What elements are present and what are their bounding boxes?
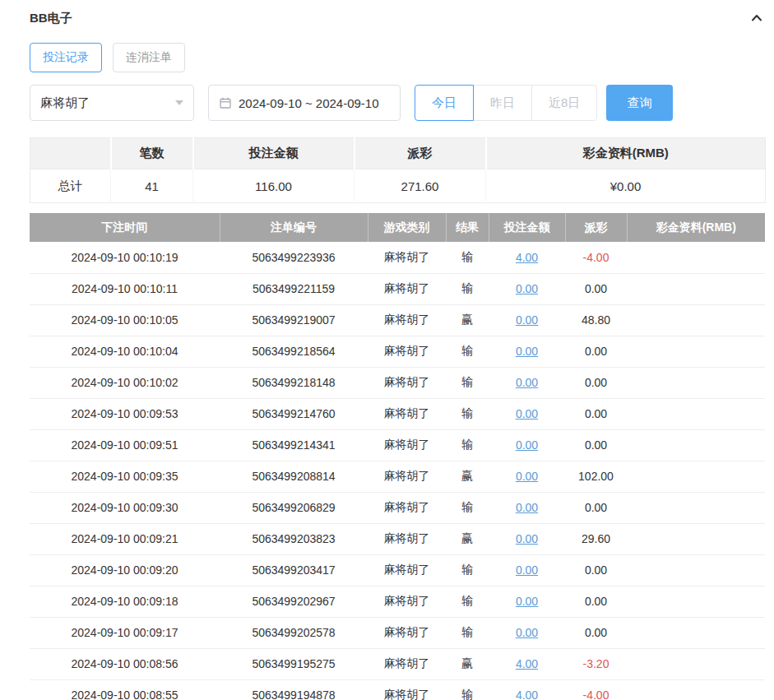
cell-result: 输 (446, 429, 489, 461)
tab-bet-records[interactable]: 投注记录 (30, 43, 102, 72)
cell-bonus (627, 367, 765, 398)
cell-bonus (627, 242, 765, 273)
cell-game: 麻将胡了 (368, 461, 446, 492)
page-title: BB电子 (30, 11, 72, 26)
cell-payout: 102.00 (565, 461, 627, 492)
cell-bonus (627, 336, 765, 367)
cell-bonus (627, 273, 765, 304)
cell-payout: 0.00 (565, 429, 627, 461)
cell-amount[interactable]: 0.00 (516, 438, 538, 452)
quick-button-last-8-days[interactable]: 近8日 (531, 85, 597, 121)
cell-result: 赢 (446, 648, 489, 679)
cell-bet-id: 5063499218148 (220, 367, 368, 398)
tab-cascade-bets[interactable]: 连消注单 (113, 43, 185, 72)
cell-payout: 0.00 (565, 367, 627, 398)
table-row: 2024-09-10 00:09:17 5063499202578 麻将胡了 输… (30, 617, 765, 648)
cell-amount[interactable]: 0.00 (516, 407, 538, 420)
cell-result: 输 (446, 679, 489, 700)
cell-bonus (627, 461, 765, 492)
cell-bonus (627, 398, 765, 429)
cell-amount[interactable]: 4.00 (516, 688, 538, 700)
cell-amount[interactable]: 0.00 (516, 563, 538, 577)
cell-game: 麻将胡了 (368, 586, 446, 617)
search-button[interactable]: 查询 (606, 85, 673, 121)
table-row: 2024-09-10 00:09:35 5063499208814 麻将胡了 赢… (30, 461, 765, 492)
header-bet-amount: 投注金额 (489, 213, 565, 242)
cell-amount[interactable]: 0.00 (516, 376, 538, 389)
cell-time: 2024-09-10 00:09:35 (30, 461, 220, 492)
cell-result: 赢 (446, 304, 489, 336)
chevron-up-icon (750, 12, 763, 25)
cell-game: 麻将胡了 (368, 429, 446, 461)
cell-bet-id: 5063499195275 (220, 648, 368, 679)
cell-game: 麻将胡了 (368, 304, 446, 336)
cell-time: 2024-09-10 00:09:17 (30, 617, 220, 648)
quick-button-yesterday[interactable]: 昨日 (473, 85, 532, 121)
cell-payout: 29.60 (565, 523, 627, 554)
cell-time: 2024-09-10 00:10:19 (30, 242, 220, 273)
cell-bonus (627, 554, 765, 586)
cell-amount[interactable]: 0.00 (516, 532, 538, 545)
cell-game: 麻将胡了 (368, 367, 446, 398)
cell-payout: 0.00 (565, 554, 627, 586)
game-select[interactable]: 麻将胡了 (30, 85, 194, 121)
chevron-down-icon (175, 100, 183, 105)
cell-time: 2024-09-10 00:09:20 (30, 554, 220, 586)
cell-time: 2024-09-10 00:10:05 (30, 304, 220, 336)
cell-amount[interactable]: 4.00 (516, 657, 538, 670)
cell-game: 麻将胡了 (368, 398, 446, 429)
cell-bonus (627, 648, 765, 679)
cell-amount[interactable]: 0.00 (516, 595, 538, 608)
cell-amount[interactable]: 0.00 (516, 470, 538, 483)
cell-payout: -4.00 (565, 242, 627, 273)
cell-result: 输 (446, 273, 489, 304)
cell-time: 2024-09-10 00:09:51 (30, 429, 220, 461)
cell-result: 输 (446, 492, 489, 523)
cell-game: 麻将胡了 (368, 554, 446, 586)
cell-amount[interactable]: 4.00 (516, 251, 538, 264)
summary-header-row: 笔数 投注金额 派彩 彩金资料(RMB) (30, 138, 766, 169)
cell-payout: 0.00 (565, 492, 627, 523)
table-row: 2024-09-10 00:08:55 5063499194878 麻将胡了 输… (30, 679, 765, 700)
table-row: 2024-09-10 00:10:05 5063499219007 麻将胡了 赢… (30, 304, 765, 336)
table-row: 2024-09-10 00:09:20 5063499203417 麻将胡了 输… (30, 554, 765, 586)
cell-bet-id: 5063499223936 (220, 242, 368, 273)
cell-amount[interactable]: 0.00 (516, 345, 538, 358)
header-result: 结果 (446, 213, 489, 242)
cell-amount[interactable]: 0.00 (516, 313, 538, 327)
cell-payout: 0.00 (565, 273, 627, 304)
cell-result: 输 (446, 242, 489, 273)
collapse-button[interactable] (749, 10, 765, 26)
cell-bet-id: 5063499218564 (220, 336, 368, 367)
cell-game: 麻将胡了 (368, 617, 446, 648)
bet-table: 下注时间 注单编号 游戏类别 结果 投注金额 派彩 彩金资料(RMB) 2024… (30, 213, 765, 700)
cell-amount[interactable]: 0.00 (516, 626, 538, 639)
cell-time: 2024-09-10 00:08:55 (30, 679, 220, 700)
cell-game: 麻将胡了 (368, 242, 446, 273)
cell-amount[interactable]: 0.00 (516, 282, 538, 295)
table-row: 2024-09-10 00:09:53 5063499214760 麻将胡了 输… (30, 398, 765, 429)
panel-header: BB电子 (30, 8, 765, 28)
date-range-input[interactable]: 2024-09-10 ~ 2024-09-10 (208, 85, 401, 121)
cell-bet-id: 5063499214760 (220, 398, 368, 429)
cell-bonus (627, 586, 765, 617)
header-bonus: 彩金资料(RMB) (627, 213, 765, 242)
cell-amount[interactable]: 0.00 (516, 501, 538, 514)
summary-total-label: 总计 (30, 169, 111, 203)
cell-bet-id: 5063499221159 (220, 273, 368, 304)
cell-payout: 0.00 (565, 586, 627, 617)
cell-bet-id: 5063499203417 (220, 554, 368, 586)
table-row: 2024-09-10 00:10:19 5063499223936 麻将胡了 输… (30, 242, 765, 273)
quick-button-today[interactable]: 今日 (415, 85, 474, 121)
date-range-value: 2024-09-10 ~ 2024-09-10 (239, 96, 379, 110)
table-row: 2024-09-10 00:08:56 5063499195275 麻将胡了 赢… (30, 648, 765, 679)
cell-game: 麻将胡了 (368, 648, 446, 679)
cell-time: 2024-09-10 00:09:30 (30, 492, 220, 523)
header-bet-id: 注单编号 (220, 213, 368, 242)
bet-table-body: 2024-09-10 00:10:19 5063499223936 麻将胡了 输… (30, 242, 765, 700)
summary-total-count: 41 (111, 169, 193, 203)
cell-bet-id: 5063499194878 (220, 679, 368, 700)
cell-game: 麻将胡了 (368, 523, 446, 554)
cell-bet-id: 5063499202578 (220, 617, 368, 648)
cell-result: 输 (446, 336, 489, 367)
